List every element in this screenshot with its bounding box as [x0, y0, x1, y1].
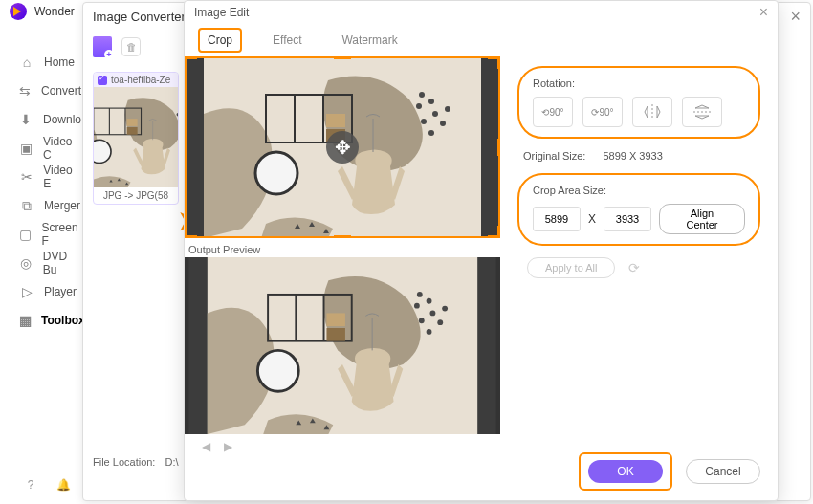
sidebar: ⌂Home ⇆Convert ⬇Downlo ▣Video C ✂Video E…	[0, 38, 81, 488]
bell-icon[interactable]: 🔔	[55, 477, 71, 493]
scissors-icon: ✂	[19, 169, 33, 185]
original-size-row: Original Size: 5899 X 3933	[517, 150, 760, 162]
sidebar-item-video-c[interactable]: ▣Video C	[0, 134, 81, 163]
align-center-button[interactable]: Align Center	[659, 204, 745, 234]
checkbox-icon[interactable]	[98, 76, 107, 85]
flip-v-icon	[693, 104, 711, 120]
edit-footer: OK Cancel	[579, 452, 760, 491]
thumbnail-format: JPG -> JPG(58	[94, 187, 178, 204]
rotation-label: Rotation:	[533, 77, 745, 89]
crop-handle-left[interactable]	[185, 139, 187, 156]
help-icon[interactable]: ?	[23, 477, 38, 493]
edit-tabs: Crop Effect Watermark	[185, 24, 778, 53]
apply-to-all-button[interactable]: Apply to All	[527, 257, 615, 278]
next-icon[interactable]: ▶	[224, 440, 232, 453]
converter-title: Image Converter	[93, 10, 186, 24]
flip-horizontal-button[interactable]	[632, 97, 672, 127]
rotate-left-button[interactable]: ⟲90°	[533, 97, 573, 127]
apply-row: Apply to All ⟳	[517, 257, 760, 278]
screen-icon: ▢	[19, 227, 33, 242]
sidebar-item-merger[interactable]: ⧉Merger	[0, 191, 81, 220]
controls-column: Rotation: ⟲90° ⟳90° Original Size: 5899 …	[500, 56, 778, 459]
output-preview	[185, 257, 500, 434]
edit-title: Image Edit	[194, 6, 249, 19]
move-cursor-icon[interactable]: ✥	[326, 131, 359, 164]
sidebar-item-label: Convert	[41, 84, 81, 98]
sidebar-item-screen-rec[interactable]: ▢Screen F	[0, 220, 81, 249]
sidebar-item-label: Toolbox	[41, 314, 85, 327]
sidebar-item-toolbox[interactable]: ▦Toolbox	[0, 306, 81, 335]
ok-button[interactable]: OK	[588, 460, 663, 483]
preview-nav: ◀ ▶	[185, 434, 500, 459]
refresh-icon[interactable]: ⟳	[628, 260, 640, 275]
flip-h-icon	[644, 104, 661, 120]
prev-icon[interactable]: ◀	[202, 440, 210, 453]
crop-handle-right[interactable]	[497, 139, 500, 156]
add-file-icon[interactable]	[93, 36, 112, 57]
thumbnail-image	[94, 87, 178, 187]
disc-icon: ◎	[19, 255, 33, 271]
file-location-value: D:\	[165, 456, 178, 468]
tab-crop[interactable]: Crop	[198, 28, 242, 53]
sidebar-item-label: Downlo	[43, 113, 81, 126]
app-title: Wonder	[34, 5, 75, 18]
crop-handle-top[interactable]	[334, 56, 351, 59]
sidebar-item-label: DVD Bu	[43, 250, 81, 276]
home-icon: ⌂	[19, 55, 34, 70]
original-size-value: 5899 X 3933	[603, 150, 662, 162]
sidebar-item-label: Video E	[43, 164, 81, 190]
rotate-right-button[interactable]: ⟳90°	[582, 97, 623, 127]
thumbnail-filename: toa-heftiba-Ze	[111, 75, 170, 85]
ok-annotation: OK	[579, 452, 672, 491]
crop-height-input[interactable]	[604, 207, 651, 231]
play-icon: ▷	[19, 284, 34, 299]
sidebar-item-label: Home	[44, 55, 75, 69]
sidebar-item-dvd-burn[interactable]: ◎DVD Bu	[0, 249, 81, 277]
sidebar-item-convert[interactable]: ⇆Convert	[0, 77, 81, 105]
preview-column: ✥ Output Preview ◀ ▶	[185, 56, 500, 459]
tab-watermark[interactable]: Watermark	[332, 28, 406, 53]
convert-icon: ⇆	[19, 83, 32, 99]
sidebar-item-label: Merger	[44, 199, 80, 212]
sidebar-item-label: Video C	[43, 135, 81, 162]
sidebar-item-video-e[interactable]: ✂Video E	[0, 163, 81, 191]
toolbox-icon: ▦	[19, 313, 32, 328]
download-icon: ⬇	[19, 112, 33, 127]
file-location-row: File Location: D:\	[93, 456, 179, 468]
crop-separator: X	[588, 212, 596, 226]
video-compress-icon: ▣	[19, 141, 33, 156]
thumbnail-filename-row: toa-heftiba-Ze	[94, 73, 178, 87]
crop-handle-bottom[interactable]	[334, 235, 351, 238]
image-edit-modal: Image Edit × Crop Effect Watermark ✥	[184, 0, 779, 501]
sidebar-item-label: Screen F	[42, 221, 81, 248]
rotation-panel: Rotation: ⟲90° ⟳90°	[517, 66, 760, 139]
crop-preview[interactable]: ✥	[185, 56, 500, 238]
delete-icon[interactable]: 🗑	[121, 37, 141, 56]
sidebar-item-player[interactable]: ▷Player	[0, 277, 81, 306]
edit-header: Image Edit ×	[185, 1, 778, 24]
close-icon[interactable]: ×	[790, 7, 801, 27]
crop-area-label: Crop Area Size:	[533, 185, 745, 196]
crop-width-input[interactable]	[533, 207, 581, 231]
original-size-label: Original Size:	[523, 150, 585, 162]
output-preview-label: Output Preview	[185, 242, 500, 257]
sidebar-item-home[interactable]: ⌂Home	[0, 48, 81, 77]
cancel-button[interactable]: Cancel	[686, 459, 760, 484]
sidebar-item-download[interactable]: ⬇Downlo	[0, 105, 81, 134]
close-icon[interactable]: ×	[759, 4, 768, 21]
app-logo-icon	[10, 3, 27, 20]
file-location-label: File Location:	[93, 456, 155, 468]
flip-vertical-button[interactable]	[682, 97, 722, 127]
crop-area-panel: Crop Area Size: X Align Center	[517, 173, 760, 246]
sidebar-item-label: Player	[44, 285, 77, 298]
merge-icon: ⧉	[19, 198, 34, 213]
thumbnail-card[interactable]: toa-heftiba-Ze JPG -> JPG(58	[93, 72, 179, 205]
tab-effect[interactable]: Effect	[263, 28, 311, 53]
